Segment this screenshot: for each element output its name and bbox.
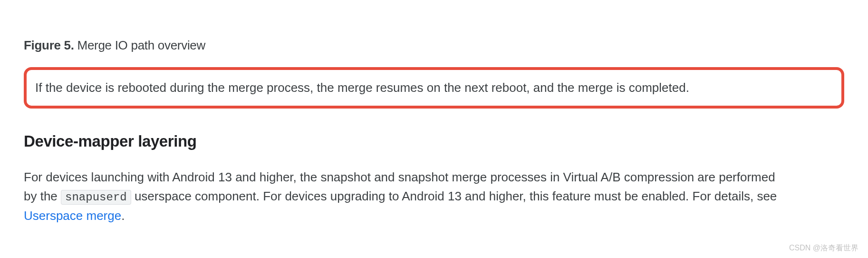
body-paragraph: For devices launching with Android 13 an… xyxy=(24,168,784,226)
watermark: CSDN @洛奇看世界 xyxy=(789,243,858,253)
highlighted-note-text: If the device is rebooted during the mer… xyxy=(35,80,689,95)
figure-caption: Figure 5. Merge IO path overview xyxy=(24,38,844,53)
paragraph-text-3: . xyxy=(121,208,125,223)
figure-label: Figure 5. xyxy=(24,38,74,52)
figure-caption-text: Merge IO path overview xyxy=(74,38,205,52)
paragraph-text-2: userspace component. For devices upgradi… xyxy=(131,189,777,203)
section-heading: Device-mapper layering xyxy=(24,132,844,150)
inline-code-snapuserd: snapuserd xyxy=(61,190,131,205)
highlighted-note-box: If the device is rebooted during the mer… xyxy=(24,67,844,109)
userspace-merge-link[interactable]: Userspace merge xyxy=(24,208,121,223)
